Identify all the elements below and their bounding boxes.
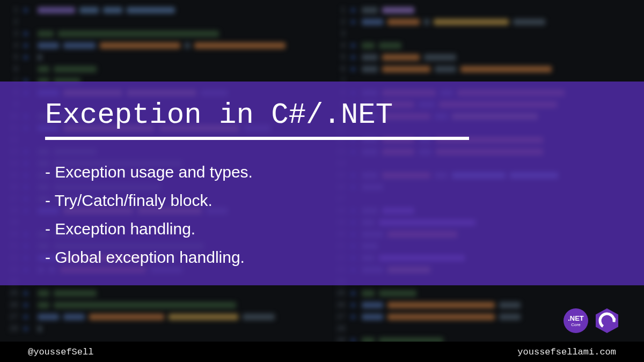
bullet-item: - Try/Catch/finaly block.: [45, 187, 599, 214]
svg-text:#: #: [613, 317, 616, 323]
dotnet-icon: .NET Core: [564, 308, 588, 333]
author-site: youssefsellami.com: [517, 347, 616, 357]
author-handle: @youssefSell: [28, 347, 93, 357]
bullet-item: - Global exception handling.: [45, 243, 599, 271]
csharp-icon: #: [594, 307, 620, 334]
slide: 1234567891011121314151617181920212223242…: [0, 0, 644, 362]
footer-bar: @youssefSell youssefsellami.com: [0, 342, 644, 362]
bullet-list: - Exception usage and types. - Try/Catch…: [45, 158, 599, 271]
bullet-item: - Exception handling.: [45, 215, 599, 242]
bullet-item: - Exception usage and types.: [45, 158, 599, 186]
tech-badges: .NET Core #: [564, 307, 620, 334]
dotnet-label: .NET: [568, 315, 584, 322]
slide-title: Exception in C#/.NET: [45, 99, 599, 137]
title-underline: [45, 137, 469, 140]
dotnet-sublabel: Core: [571, 323, 580, 327]
content-panel: Exception in C#/.NET - Exception usage a…: [0, 82, 644, 285]
